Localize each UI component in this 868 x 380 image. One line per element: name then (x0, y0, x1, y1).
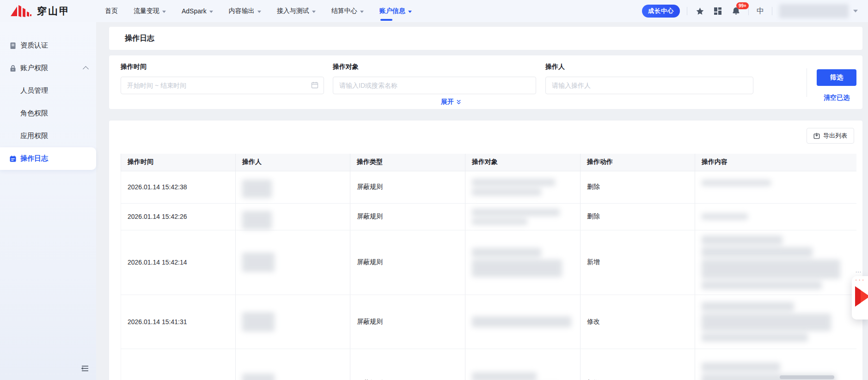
cell-action: 删除 (581, 171, 695, 203)
export-icon (813, 133, 820, 139)
cell-target-redacted (465, 171, 581, 203)
main-nav: 首页 流量变现 AdSpark 内容输出 接入与测试 结算中心 账户信息 (97, 0, 420, 22)
export-list-button[interactable]: 导出列表 (807, 128, 854, 144)
nav-label: 内容输出 (229, 7, 255, 15)
top-navbar: 穿山甲 首页 流量变现 AdSpark 内容输出 接入与测试 结算中心 账户信息 (0, 0, 868, 22)
cell-time: 2026.01.14 15:41:31 (121, 295, 236, 349)
pangle-logo-icon (10, 4, 31, 18)
operation-log-table: 操作时间 操作人 操作类型 操作对象 操作动作 操作内容 2026.01.14 … (121, 154, 856, 380)
sidebar-item-role-permission[interactable]: 角色权限 (0, 102, 96, 125)
cell-time: 2026.01.14 15:42:26 (121, 203, 236, 230)
col-header-action: 操作动作 (581, 154, 695, 171)
cell-operator-redacted (236, 295, 350, 349)
cell-type: 屏蔽规则 (350, 295, 465, 349)
sidebar-item-label: 账户权限 (20, 64, 48, 72)
cell-action: 新增 (581, 230, 695, 295)
cell-type: 屏蔽规则 (350, 230, 465, 295)
chevron-down-icon (408, 11, 412, 13)
filter-panel: 操作时间 操作对象 操作人 展开 (109, 55, 862, 109)
cell-content-redacted (695, 203, 856, 230)
divider (807, 68, 807, 97)
clear-selection-link[interactable]: 清空已选 (824, 94, 850, 101)
divider (748, 7, 749, 15)
notifications-bell-icon[interactable]: 99+ (730, 6, 741, 17)
sidebar-item-label: 操作日志 (20, 154, 48, 163)
brand-name: 穿山甲 (37, 5, 70, 18)
chevron-down-icon (209, 11, 213, 13)
growth-center-button[interactable]: 成长中心 (642, 5, 680, 18)
sidebar-item-label: 资质认证 (20, 41, 48, 50)
nav-item-account-info[interactable]: 账户信息 (372, 0, 420, 22)
operator-input[interactable] (545, 77, 753, 94)
cell-content-redacted (695, 171, 856, 203)
cell-content-redacted (695, 295, 856, 349)
cell-content-redacted (695, 230, 856, 295)
cell-action: 修改 (581, 295, 695, 349)
floating-promo-widget[interactable]: · · · (852, 276, 868, 320)
page-title: 操作日志 (125, 34, 154, 43)
favorites-star-icon[interactable] (694, 6, 705, 17)
cell-target-redacted (465, 203, 581, 230)
col-header-target: 操作对象 (465, 154, 581, 171)
lock-icon (9, 65, 17, 72)
sidebar-item-account-permission[interactable]: 账户权限 (0, 57, 96, 79)
cell-operator-redacted (236, 203, 350, 230)
time-range-input[interactable] (121, 77, 324, 94)
calendar-icon (311, 81, 318, 90)
nav-label: 账户信息 (379, 7, 405, 15)
chevron-down-icon (360, 11, 364, 13)
cell-operator-redacted (236, 230, 350, 295)
sidebar-collapse-button[interactable] (79, 363, 91, 374)
horizontal-scrollbar-thumb[interactable] (780, 375, 834, 379)
target-search-input[interactable] (333, 77, 536, 94)
brand-logo[interactable]: 穿山甲 (10, 4, 97, 18)
page-header: 操作日志 (109, 27, 862, 50)
divider (772, 7, 772, 15)
table-row: 2026.01.14 15:41:31 屏蔽规则 修改 (121, 295, 856, 349)
chevron-down-icon (853, 10, 858, 12)
col-header-type: 操作类型 (350, 154, 465, 171)
nav-item-adspark[interactable]: AdSpark (174, 0, 221, 22)
cell-action: 新增 (581, 349, 695, 380)
chevron-down-icon (162, 11, 166, 13)
content-overflow-indicator: ... (856, 267, 862, 274)
cell-target-redacted (465, 230, 581, 295)
cell-action: 删除 (581, 203, 695, 230)
expand-filters-link[interactable]: 展开 (441, 98, 461, 106)
filter-label-operator: 操作人 (545, 63, 753, 71)
cell-time: 2026.01.14 15:42:14 (121, 230, 236, 295)
filter-group-target: 操作对象 (333, 63, 536, 94)
apps-grid-icon[interactable] (712, 6, 723, 17)
account-menu[interactable] (779, 4, 858, 18)
sidebar-item-member-management[interactable]: 人员管理 (0, 79, 96, 102)
sidebar-item-app-permission[interactable]: 应用权限 (0, 125, 96, 147)
col-header-time: 操作时间 (121, 154, 236, 171)
nav-item-monetization[interactable]: 流量变现 (126, 0, 174, 22)
filter-label-time: 操作时间 (121, 63, 324, 71)
nav-item-home[interactable]: 首页 (97, 0, 126, 22)
cell-target-redacted (465, 349, 581, 380)
chevron-down-icon (312, 11, 316, 13)
sidebar-item-label: 应用权限 (20, 132, 48, 140)
nav-item-content-output[interactable]: 内容输出 (221, 0, 269, 22)
certificate-icon (9, 42, 17, 49)
sidebar-item-operation-log[interactable]: 操作日志 (0, 147, 96, 170)
sidebar-item-qualification[interactable]: 资质认证 (0, 34, 96, 57)
table-row: 2026.01.14 15:42:26 屏蔽规则 删除 (121, 203, 856, 230)
nav-item-integration-test[interactable]: 接入与测试 (269, 0, 324, 22)
language-toggle[interactable]: 中 (756, 6, 765, 16)
col-header-content: 操作内容 (695, 154, 856, 171)
nav-item-settlement[interactable]: 结算中心 (324, 0, 372, 22)
cell-operator-redacted (236, 349, 350, 380)
promo-dots: · · · (852, 278, 868, 283)
cell-time: 2026.01.14 15:42:38 (121, 171, 236, 203)
double-chevron-down-icon (456, 99, 461, 105)
export-label: 导出列表 (823, 132, 847, 140)
table-header-row: 操作时间 操作人 操作类型 操作对象 操作动作 操作内容 (121, 154, 856, 171)
col-header-operator: 操作人 (236, 154, 350, 171)
cell-target-redacted (465, 295, 581, 349)
filter-submit-button[interactable]: 筛选 (817, 69, 856, 86)
log-table-panel: 导出列表 操作时间 操作人 操作类型 操作对象 操作动作 操作内容 2026. (109, 121, 862, 380)
divider (687, 7, 687, 15)
sidebar-item-label: 人员管理 (20, 86, 48, 95)
